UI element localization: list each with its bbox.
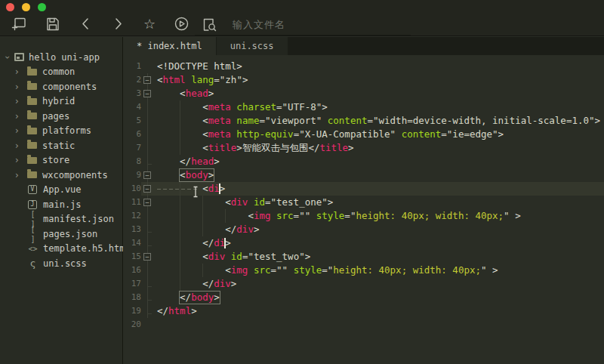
code-text: <div id="test_one">	[154, 196, 333, 209]
code-line-20[interactable]: 20	[123, 318, 604, 332]
tree-project-root[interactable]: ›hello uni-app	[0, 50, 122, 65]
indent-guides	[157, 114, 202, 128]
fold-marker[interactable]: −	[143, 171, 151, 179]
code-editor[interactable]: 1<!DOCTYPE html>2−<html lang="zh">3−<hea…	[123, 55, 604, 364]
code-text: </head>	[154, 155, 220, 168]
code-line-14[interactable]: 14</di>	[123, 236, 604, 250]
tree-item-template.h5.html[interactable]: <>template.h5.html	[0, 242, 122, 257]
code-line-18[interactable]: 18</body>	[123, 291, 604, 304]
code-line-5[interactable]: 5<meta name="viewport" content="width=de…	[123, 114, 604, 128]
code-line-8[interactable]: 8</head>	[123, 155, 604, 168]
tree-item-components[interactable]: ›components	[0, 79, 122, 94]
close-window-button[interactable]	[6, 3, 14, 11]
back-icon[interactable]	[77, 16, 95, 32]
folder-icon	[27, 113, 37, 119]
code-text: </html>	[154, 304, 197, 318]
save-icon[interactable]	[44, 16, 62, 32]
fold-gutter	[141, 141, 154, 155]
tree-label: hello uni-app	[29, 52, 100, 63]
line-number: 6	[123, 128, 141, 141]
tree-item-platforms[interactable]: ›platforms	[0, 124, 122, 139]
tab-index-html[interactable]: * index.html	[123, 37, 216, 55]
tree-item-wxcomponents[interactable]: ›wxcomponents	[0, 168, 122, 183]
fold-gutter	[141, 60, 154, 73]
tree-label: platforms	[42, 125, 91, 136]
tree-label: static	[42, 140, 75, 151]
title-toolbar: ☆ 输入文件名	[0, 0, 604, 36]
code-line-7[interactable]: 7<title>智能双击与包围</title>	[123, 141, 604, 155]
folder-icon	[27, 98, 37, 105]
tree-label: components	[42, 82, 97, 92]
collapse-chevron-icon[interactable]: ›	[15, 155, 24, 165]
code-line-1[interactable]: 1<!DOCTYPE html>	[123, 60, 604, 73]
collapse-chevron-icon[interactable]: ›	[15, 66, 24, 77]
collapse-chevron-icon[interactable]: ›	[15, 140, 24, 151]
collapse-chevron-icon[interactable]: ›	[15, 170, 24, 180]
fold-marker[interactable]: −	[143, 199, 151, 206]
tree-item-uni.scss[interactable]: ςuni.scss	[0, 256, 122, 271]
code-line-16[interactable]: 16<img src="" style="height: 40px; width…	[123, 264, 604, 277]
tree-item-main.js[interactable]: Jmain.js	[0, 197, 122, 212]
tree-label: main.js	[43, 199, 82, 210]
folder-icon	[27, 128, 37, 134]
collapse-chevron-icon[interactable]: ›	[15, 111, 24, 122]
line-number: 3	[123, 87, 141, 100]
line-number: 11	[123, 196, 141, 209]
code-line-17[interactable]: 17</div>	[123, 277, 604, 291]
code-text: <meta charset="UTF-8">	[154, 100, 328, 114]
tab-uni-scss[interactable]: uni.scss	[217, 37, 288, 55]
code-line-13[interactable]: 13</div>	[123, 223, 604, 236]
code-line-15[interactable]: 15−<div id="test_two">	[123, 250, 604, 264]
tree-item-hybrid[interactable]: ›hybrid	[0, 94, 122, 110]
fold-gutter	[141, 155, 154, 168]
collapse-chevron-icon[interactable]: ›	[15, 125, 24, 136]
code-line-4[interactable]: 4<meta charset="UTF-8">	[123, 100, 604, 114]
code-text: </div>	[154, 223, 259, 236]
line-number: 18	[123, 291, 141, 304]
fold-marker[interactable]: −	[143, 185, 151, 193]
collapse-chevron-icon[interactable]: ›	[15, 82, 24, 92]
tag-match-box: </body>	[180, 292, 220, 304]
tree-item-static[interactable]: ›static	[0, 138, 122, 153]
fold-marker[interactable]: −	[143, 76, 151, 84]
line-number: 4	[123, 100, 141, 114]
code-text: <img src="" style="height: 40px; width: …	[154, 209, 521, 223]
tree-item-store[interactable]: ›store	[0, 153, 122, 168]
tree-item-pages.json[interactable]: [ ]pages.json	[0, 227, 122, 242]
code-line-6[interactable]: 6<meta http-equiv="X-UA-Compatible" cont…	[123, 128, 604, 141]
code-line-12[interactable]: 12<img src="" style="height: 40px; width…	[123, 209, 604, 223]
favorite-icon[interactable]: ☆	[140, 16, 159, 32]
code-line-2[interactable]: 2−<html lang="zh">	[123, 73, 604, 87]
code-line-9[interactable]: 9−<body>	[123, 168, 604, 182]
expand-chevron-icon[interactable]: ›	[2, 53, 13, 62]
minimize-window-button[interactable]	[22, 3, 30, 11]
code-line-3[interactable]: 3−<head>	[123, 87, 604, 100]
forward-icon[interactable]	[109, 16, 127, 32]
run-icon[interactable]	[173, 16, 191, 32]
goto-file-placeholder: 输入文件名	[233, 15, 285, 35]
goto-file-input[interactable]: 输入文件名	[195, 15, 411, 35]
zoom-window-button[interactable]	[38, 3, 46, 11]
tree-label: wxcomponents	[42, 170, 108, 180]
tree-item-App.vue[interactable]: VApp.vue	[0, 183, 122, 198]
indent-guides	[157, 87, 180, 100]
line-number: 7	[123, 141, 141, 155]
code-text: </di>	[154, 236, 231, 250]
line-number: 10	[123, 182, 141, 196]
indent-guides	[157, 277, 202, 291]
code-text: </div>	[154, 277, 236, 291]
fold-gutter	[141, 128, 154, 141]
tree-item-manifest.json[interactable]: [ ]manifest.json	[0, 212, 122, 227]
code-line-19[interactable]: 19</html>	[123, 304, 604, 318]
collapse-chevron-icon[interactable]: ›	[15, 96, 24, 106]
code-text: <meta http-equiv="X-UA-Compatible" conte…	[154, 128, 504, 141]
indent-guides	[157, 168, 180, 182]
fold-marker[interactable]: −	[143, 253, 151, 261]
line-number: 9	[123, 168, 141, 182]
indent-guides	[157, 236, 202, 250]
tree-label: uni.scss	[43, 258, 87, 269]
fold-marker[interactable]: −	[143, 90, 151, 97]
tree-item-common[interactable]: ›common	[0, 65, 122, 80]
new-project-icon[interactable]	[11, 16, 29, 32]
tree-item-pages[interactable]: ›pages	[0, 109, 122, 124]
